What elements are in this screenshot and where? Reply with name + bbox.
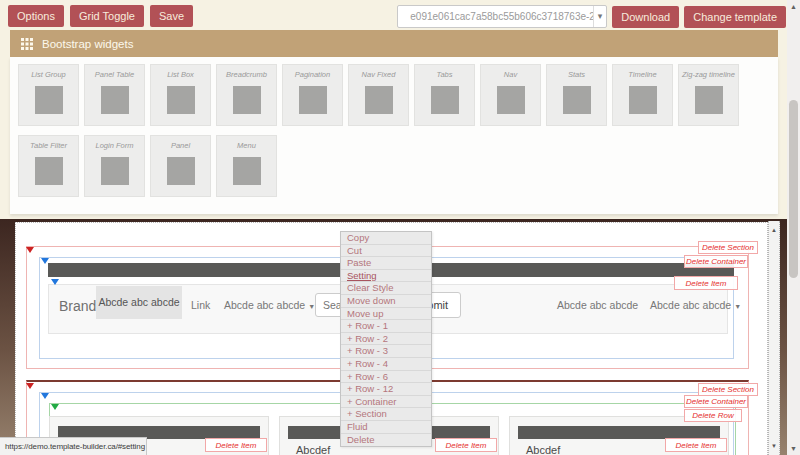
menu-item-paste[interactable]: Paste <box>341 257 431 270</box>
widget-label: Pagination <box>295 70 330 79</box>
menu-item-move-down[interactable]: Move down <box>341 295 431 308</box>
widget-card-panel[interactable]: Panel <box>150 135 211 197</box>
widget-label: Panel Table <box>95 70 134 79</box>
section-handle-icon[interactable] <box>26 247 34 253</box>
widget-thumbnail <box>431 86 459 114</box>
navbar-dropdown-1[interactable]: Abcde abc abcde▼ <box>224 299 315 311</box>
widget-thumbnail <box>233 86 261 114</box>
menu-item-cut[interactable]: Cut <box>341 245 431 258</box>
delete-container-button[interactable]: Delete Container <box>684 395 748 408</box>
widget-label: Nav Fixed <box>362 70 396 79</box>
menu-item-fluid[interactable]: Fluid <box>341 421 431 434</box>
grid-toggle-button[interactable]: Grid Toggle <box>70 5 144 27</box>
widget-label: Login Form <box>96 141 134 150</box>
delete-item-button[interactable]: Delete Item <box>674 276 738 290</box>
menu-item-clear-style[interactable]: Clear Style <box>341 282 431 295</box>
widget-label: Timeline <box>628 70 656 79</box>
menu-item-copy[interactable]: Copy <box>341 232 431 245</box>
widget-card-tabs[interactable]: Tabs <box>414 64 475 126</box>
widgets-panel-title: Bootstrap widgets <box>42 38 133 50</box>
widget-label: Table Filter <box>30 141 67 150</box>
widget-thumbnail <box>233 157 261 185</box>
item-handle-icon[interactable] <box>51 279 59 285</box>
canvas-scrollbar[interactable]: ▲ ▼ <box>768 221 780 455</box>
container-handle-icon[interactable] <box>41 258 49 264</box>
chevron-down-icon: ▾ <box>593 6 607 27</box>
delete-row-button[interactable]: Delete Row <box>684 409 742 422</box>
section-handle-icon[interactable] <box>26 383 34 389</box>
widget-card-stats[interactable]: Stats <box>546 64 607 126</box>
widget-label: Zig-zag timeline <box>682 70 735 79</box>
widgets-list: List GroupPanel TableList BoxBreadcrumbP… <box>10 57 778 214</box>
change-template-button[interactable]: Change template <box>684 6 786 28</box>
container-handle-icon[interactable] <box>41 393 49 399</box>
delete-section-button[interactable]: Delete Section <box>698 241 758 254</box>
delete-item-button[interactable]: Delete Item <box>665 438 727 452</box>
widget-label: Panel <box>171 141 190 150</box>
menu-item-row-6[interactable]: + Row - 6 <box>341 371 431 384</box>
widget-card-list-group[interactable]: List Group <box>18 64 79 126</box>
widgets-panel-header: Bootstrap widgets <box>10 30 778 57</box>
save-button[interactable]: Save <box>150 5 193 27</box>
widget-label: Breadcrumb <box>226 70 267 79</box>
menu-item-move-up[interactable]: Move up <box>341 308 431 321</box>
template-select-value: e091e061cac7a58bc55b606c3718763e-2019-03… <box>398 11 592 22</box>
browser-scrollbar[interactable]: ▲ ▼ <box>787 0 800 455</box>
navbar-brand[interactable]: Brand <box>59 298 96 314</box>
menu-item-row-1[interactable]: + Row - 1 <box>341 320 431 333</box>
menu-item-row-12[interactable]: + Row - 12 <box>341 383 431 396</box>
scroll-up-icon[interactable]: ▲ <box>787 0 800 13</box>
status-url-tooltip: https://demo.template-builder.ca/#settin… <box>0 437 147 455</box>
scroll-up-icon[interactable]: ▲ <box>769 225 779 235</box>
navbar-link[interactable]: Link <box>191 299 210 311</box>
template-select[interactable]: e091e061cac7a58bc55b606c3718763e-2019-03… <box>397 5 607 28</box>
menu-item-setting[interactable]: Setting <box>341 270 431 283</box>
navbar-item-active[interactable]: Abcde abc abcde <box>96 286 182 319</box>
widget-card-zig-zag-timeline[interactable]: Zig-zag timeline <box>678 64 739 126</box>
navbar-dropdown-2[interactable]: Abcde abc abcde▼ <box>650 299 741 311</box>
widget-thumbnail <box>563 86 591 114</box>
download-button[interactable]: Download <box>612 6 679 28</box>
widget-card-login-form[interactable]: Login Form <box>84 135 145 197</box>
widget-card-menu[interactable]: Menu <box>216 135 277 197</box>
widget-label: Nav <box>504 70 517 79</box>
options-button[interactable]: Options <box>8 5 64 27</box>
delete-item-button[interactable]: Delete Item <box>205 438 267 452</box>
widget-card-timeline[interactable]: Timeline <box>612 64 673 126</box>
menu-item-row-4[interactable]: + Row - 4 <box>341 358 431 371</box>
widget-card-breadcrumb[interactable]: Breadcrumb <box>216 64 277 126</box>
widgets-panel: Bootstrap widgets List GroupPanel TableL… <box>10 30 778 214</box>
widget-thumbnail <box>695 86 723 114</box>
menu-item-section[interactable]: + Section <box>341 408 431 421</box>
grid-icon <box>21 38 33 50</box>
widget-card-panel-table[interactable]: Panel Table <box>84 64 145 126</box>
widget-label: List Group <box>31 70 66 79</box>
row-handle-icon[interactable] <box>51 404 59 410</box>
widget-thumbnail <box>629 86 657 114</box>
navbar-item-right[interactable]: Abcde abc abcde <box>557 299 638 311</box>
widget-thumbnail <box>35 86 63 114</box>
toolbar-left: Options Grid Toggle Save <box>8 5 193 27</box>
scrollbar-thumb[interactable] <box>789 100 798 278</box>
widget-card-table-filter[interactable]: Table Filter <box>18 135 79 197</box>
widget-thumbnail <box>365 86 393 114</box>
caret-down-icon: ▼ <box>734 303 741 310</box>
widget-card-pagination[interactable]: Pagination <box>282 64 343 126</box>
menu-item-container[interactable]: + Container <box>341 396 431 409</box>
menu-item-row-3[interactable]: + Row - 3 <box>341 345 431 358</box>
menu-item-row-2[interactable]: + Row - 2 <box>341 333 431 346</box>
widget-card-nav[interactable]: Nav <box>480 64 541 126</box>
widget-thumbnail <box>101 86 129 114</box>
widget-thumbnail <box>167 86 195 114</box>
delete-container-button[interactable]: Delete Container <box>684 255 748 268</box>
widget-label: Stats <box>568 70 585 79</box>
scroll-down-icon[interactable]: ▼ <box>787 442 800 455</box>
menu-item-delete[interactable]: Delete <box>341 434 431 447</box>
delete-item-button[interactable]: Delete Item <box>435 438 497 452</box>
widget-card-nav-fixed[interactable]: Nav Fixed <box>348 64 409 126</box>
widget-label: List Box <box>167 70 194 79</box>
context-menu: CopyCutPasteSettingClear StyleMove downM… <box>340 231 432 447</box>
scroll-down-icon[interactable]: ▼ <box>769 441 779 451</box>
widget-thumbnail <box>299 86 327 114</box>
widget-card-list-box[interactable]: List Box <box>150 64 211 126</box>
